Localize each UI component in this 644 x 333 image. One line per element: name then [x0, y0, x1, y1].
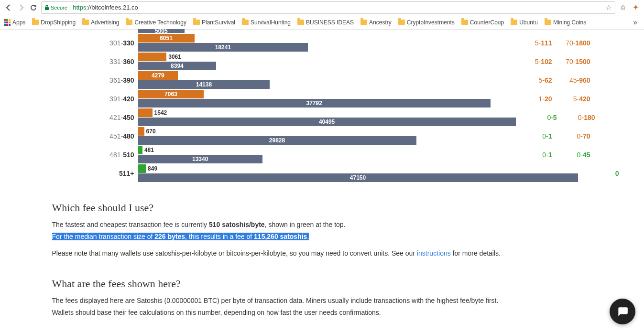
minutes-estimate: 5-420 — [554, 95, 592, 103]
svg-rect-0 — [45, 7, 49, 10]
bookmark-item[interactable]: CounterCoup — [461, 19, 504, 26]
bar-24h: 47150 — [138, 173, 578, 182]
folder-icon — [398, 20, 405, 25]
apps-button[interactable]: Apps — [4, 19, 25, 26]
fee-range-label: 481-510 — [52, 151, 138, 159]
fee-bars: 605118241 — [138, 33, 516, 52]
pdf-extension-icon[interactable]: ⎙ — [618, 3, 628, 12]
secure-label: Secure — [51, 5, 67, 11]
fee-row: 361-3904279141385-6245-960 — [52, 71, 592, 89]
bar-24h: 18241 — [138, 43, 308, 52]
bar-unconfirmed: 5005 — [138, 29, 185, 33]
fee-bars: 706337792 — [138, 89, 516, 108]
bookmark-item[interactable]: PlantSurvival — [193, 19, 235, 26]
folder-icon — [360, 20, 367, 25]
blocks-estimate: 1-20 — [516, 95, 554, 103]
bar-unconfirmed: 849 — [138, 164, 146, 173]
fee-bars: 48113340 — [138, 145, 516, 164]
bookmarks-bar: Apps DropShippingAdvertisingCreative Tec… — [0, 15, 644, 30]
bar-unconfirmed: 6051 — [138, 34, 195, 43]
bar-unconfirmed: 7063 — [138, 90, 204, 98]
extension-icon[interactable]: ✦ — [631, 3, 640, 12]
fee-range-label: 361-390 — [52, 76, 138, 84]
minutes-estimate: 70-1500 — [554, 58, 592, 65]
fee-bars: 67029828 — [138, 127, 516, 145]
heading-which-fee: Which fee should I use? — [52, 202, 592, 214]
chat-button[interactable] — [610, 299, 635, 324]
minutes-estimate: 0-45 — [554, 151, 592, 159]
fee-bars: 5005 — [138, 30, 516, 33]
bookmark-item[interactable]: Advertising — [82, 19, 119, 26]
blocks-estimate: 0-1 — [516, 151, 554, 159]
bar-24h: 13340 — [138, 155, 262, 163]
blocks-estimate: 5-102 — [516, 58, 554, 65]
bookmark-item[interactable]: SurvivalHunting — [242, 19, 291, 26]
lock-icon: Secure — [44, 5, 67, 11]
paragraph-median-size: For the median transaction size of 226 b… — [52, 232, 592, 242]
folder-icon — [193, 20, 200, 25]
reload-button[interactable] — [29, 3, 38, 12]
paragraph-fees-explain-1: The fees displayed here are Satoshis (0.… — [52, 296, 592, 306]
bookmark-item[interactable]: BUSINESS IDEAS — [297, 19, 354, 26]
paragraph-fastest-fee: The fastest and cheapest transaction fee… — [52, 220, 592, 230]
bar-24h: 29828 — [138, 136, 416, 145]
fee-bars: 154240495 — [138, 108, 521, 127]
browser-toolbar: Secure | https://bitcoinfees.21.co ☆ ⎙ ✦ — [0, 0, 644, 15]
bookmark-item[interactable]: CryptoInvestments — [398, 19, 455, 26]
forward-button[interactable] — [16, 3, 26, 12]
bookmark-star-icon[interactable]: ☆ — [605, 3, 612, 12]
folder-icon — [242, 20, 249, 25]
bookmark-item[interactable]: Ancestry — [360, 19, 392, 26]
fee-range-label: 451-480 — [52, 132, 138, 140]
folder-icon — [545, 20, 551, 25]
paragraph-fees-explain-2: Wallets should base their fee calculatio… — [52, 308, 592, 318]
bookmark-item[interactable]: Ubuntu — [511, 19, 538, 26]
bar-24h: 40495 — [138, 118, 516, 126]
folder-icon — [32, 20, 39, 25]
bar-unconfirmed: 3061 — [138, 53, 167, 61]
fee-row: 5005 — [52, 30, 592, 33]
bookmark-item[interactable]: DropShipping — [32, 19, 76, 26]
address-bar[interactable]: Secure | https://bitcoinfees.21.co ☆ — [41, 1, 615, 14]
blocks-estimate: 0-1 — [516, 132, 554, 140]
bar-unconfirmed: 4279 — [138, 71, 178, 80]
folder-icon — [82, 20, 89, 25]
back-button[interactable] — [4, 3, 13, 12]
bookmark-item[interactable]: Creative Technology — [126, 19, 186, 26]
url-text: https://bitcoinfees.21.co — [73, 4, 138, 11]
fee-range-label: 511+ — [52, 170, 138, 177]
paragraph-convert-note: Please note that many wallets use satosh… — [52, 248, 592, 258]
apps-grid-icon — [4, 19, 11, 26]
fee-range-label: 391-420 — [52, 95, 138, 103]
fee-bars: 84947150 — [138, 164, 583, 183]
fee-range-label: 331-360 — [52, 58, 138, 65]
folder-icon — [461, 20, 468, 25]
minutes-estimate: 0-180 — [559, 114, 597, 121]
fee-row: 391-4207063377921-205-420 — [52, 89, 592, 108]
bar-unconfirmed: 670 — [138, 127, 144, 136]
fee-row: 451-480670298280-10-70 — [52, 127, 592, 145]
minutes-estimate: 70-1800 — [554, 39, 592, 47]
blocks-estimate: 0-5 — [521, 114, 559, 121]
bookmark-item[interactable]: Mining Coins — [545, 19, 586, 26]
bar-unconfirmed: 481 — [138, 146, 142, 154]
blocks-estimate: 5-111 — [516, 39, 554, 47]
blocks-estimate: 0 — [583, 170, 621, 177]
instructions-link[interactable]: instructions — [417, 249, 451, 257]
fee-row: 511+8494715000-45 — [52, 164, 592, 183]
folder-icon — [511, 20, 517, 25]
bar-24h: 14138 — [138, 80, 270, 89]
fee-bars: 30618394 — [138, 52, 516, 71]
bar-24h: 8394 — [138, 62, 217, 70]
minutes-estimate: 45-960 — [554, 76, 592, 84]
chat-icon — [616, 305, 629, 318]
minutes-estimate: 0-70 — [554, 132, 592, 140]
fee-row: 331-360306183945-10270-1500 — [52, 52, 592, 71]
bookmarks-overflow[interactable]: » — [630, 18, 640, 27]
folder-icon — [126, 20, 132, 25]
folder-icon — [297, 20, 304, 25]
fee-range-label: 301-330 — [52, 39, 138, 47]
bar-24h: 37792 — [138, 99, 491, 107]
fee-chart: 5005301-3306051182415-11170-1800331-3603… — [52, 30, 592, 183]
blocks-estimate: 5-62 — [516, 76, 554, 84]
